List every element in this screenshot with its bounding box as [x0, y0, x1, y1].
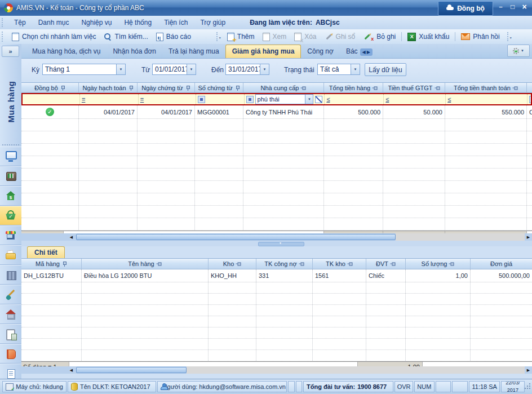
grid-splitter[interactable]	[21, 241, 532, 246]
pin-icon[interactable]	[128, 85, 134, 91]
sidebar-item-accounting[interactable]	[0, 324, 21, 344]
search-button[interactable]: Tìm kiếm...	[100, 32, 152, 42]
delete-button[interactable]: Xóa	[290, 32, 320, 42]
pin-icon[interactable]	[235, 85, 240, 91]
chevron-down-icon[interactable]	[260, 64, 269, 74]
sidebar-item-dashboard[interactable]	[0, 147, 21, 166]
chevron-down-icon[interactable]	[116, 64, 125, 74]
tab-cong-no[interactable]: Công nợ	[301, 45, 340, 58]
column-header-kho[interactable]: Kho	[209, 259, 256, 269]
status-select[interactable]: Tất cả	[317, 64, 360, 75]
tab-nhan-hoa-don[interactable]: Nhận hóa đơn	[107, 45, 162, 58]
close-button[interactable]	[518, 2, 530, 12]
report-button[interactable]: Báo cáo	[152, 32, 195, 42]
sidebar-item-bank[interactable]	[0, 166, 21, 186]
filter-cell[interactable]	[527, 94, 531, 104]
scrollbar-thumb[interactable]	[76, 367, 187, 373]
sidebar-item-tools[interactable]	[0, 285, 21, 304]
filter-cell[interactable]: ≤	[384, 94, 446, 104]
equals-operator-icon[interactable]: =	[140, 96, 144, 103]
from-date-picker[interactable]: 01/01/2017	[152, 64, 196, 75]
scrollbar-track[interactable]	[396, 233, 525, 241]
sidebar-item-fixed-asset[interactable]	[0, 304, 21, 324]
menu-tep[interactable]: Tệp	[8, 17, 32, 28]
filter-cell[interactable]: =	[80, 94, 139, 104]
sidebar-item-purchase[interactable]	[0, 206, 21, 225]
pin-icon[interactable]	[435, 85, 440, 90]
table-row[interactable]: DH_LG12BTU Điều hòa LG 12000 BTU KHO_HH …	[21, 269, 532, 282]
pin-icon[interactable]	[185, 85, 190, 91]
less-equal-operator-icon[interactable]: ≤	[326, 96, 330, 103]
chevron-down-icon[interactable]	[187, 64, 196, 74]
detail-grid-hscrollbar[interactable]: ◀ ▶	[21, 366, 532, 374]
supplier-filter-combo[interactable]: phú thái	[255, 94, 314, 104]
pin-icon[interactable]	[62, 261, 67, 267]
load-data-button[interactable]: Lấy dữ liệu	[365, 63, 406, 76]
scroll-right-icon[interactable]: ▶	[525, 366, 532, 374]
splitter-handle[interactable]	[258, 242, 304, 246]
sidebar-item-store[interactable]	[0, 225, 21, 245]
column-header-so-luong[interactable]: Số lượng	[406, 259, 471, 269]
supplier-filter-cell[interactable]: phú thái	[245, 94, 325, 104]
export-button[interactable]: Xuất khẩu	[404, 32, 453, 42]
tab-tra-lai-hang-mua[interactable]: Trả lại hàng mua	[162, 45, 225, 58]
filter-type-icon[interactable]	[529, 96, 531, 103]
scroll-left-icon[interactable]: ◀	[68, 366, 75, 374]
menu-he-thong[interactable]: Hệ thống	[118, 17, 158, 28]
resize-grip[interactable]	[526, 384, 531, 389]
menu-tro-giup[interactable]: Trợ giúp	[194, 17, 232, 28]
column-header-tien-thue-gtgt[interactable]: Tiền thuế GTGT	[383, 83, 445, 93]
tab-scroll-left-icon[interactable]: ◀	[362, 50, 366, 55]
toolbar-overflow-icon[interactable]	[216, 32, 223, 41]
to-date-picker[interactable]: 31/01/2017	[225, 64, 269, 75]
post-button[interactable]: Ghi sổ	[321, 32, 360, 42]
clear-filter-icon[interactable]	[315, 96, 322, 103]
column-header-nha-cung-cap[interactable]: Nhà cung cấp	[243, 83, 324, 93]
pin-icon[interactable]	[299, 262, 304, 267]
column-header-ngay-hach-toan[interactable]: Ngày hạch toán	[79, 83, 138, 93]
sidebar-item-ledger[interactable]	[0, 344, 21, 364]
view-button[interactable]: Xem	[259, 32, 291, 42]
chevron-down-icon[interactable]	[351, 64, 360, 74]
equals-operator-icon[interactable]: =	[82, 96, 85, 103]
pin-icon[interactable]	[347, 262, 353, 267]
pin-icon[interactable]	[391, 262, 396, 267]
grid-settings-button[interactable]: ▼	[507, 45, 530, 57]
tab-chi-tiet[interactable]: Chi tiết	[27, 246, 65, 258]
column-header-dvt[interactable]: ĐVT	[366, 259, 406, 269]
column-header-tong-tien-hang[interactable]: Tổng tiền hàng	[324, 83, 383, 93]
menu-tien-ich[interactable]: Tiện ích	[158, 17, 194, 28]
sidebar-item-assets[interactable]	[0, 265, 21, 285]
column-header-ten-hang[interactable]: Tên hàng	[82, 259, 209, 269]
sidebar-collapse-button[interactable]	[2, 46, 19, 57]
minimize-button[interactable]	[495, 2, 507, 12]
filter-type-icon[interactable]	[246, 96, 254, 103]
less-equal-operator-icon[interactable]: ≤	[447, 96, 451, 103]
column-header-tk-cong-no[interactable]: TK công nợ	[256, 259, 313, 269]
add-button[interactable]: Thêm	[223, 32, 259, 42]
pin-icon[interactable]	[301, 85, 307, 90]
period-select[interactable]: Tháng 1	[42, 64, 126, 75]
chevron-down-icon[interactable]	[305, 95, 313, 104]
scrollbar-track[interactable]	[187, 366, 525, 374]
column-header-dong-bo[interactable]: Đồng bộ	[21, 83, 79, 93]
sync-button[interactable]: Đồng bộ	[438, 1, 493, 16]
scroll-right-icon[interactable]: ▶	[525, 233, 532, 241]
tab-scroll-right-icon[interactable]: ▶	[367, 50, 370, 55]
tab-bao-cao[interactable]: Bác	[340, 45, 359, 58]
tab-giam-gia-hang-mua[interactable]: Giảm giá hàng mua	[225, 45, 302, 58]
column-header-so-chung-tu[interactable]: Số chứng từ	[195, 83, 243, 93]
pin-icon[interactable]	[236, 262, 242, 267]
filter-cell[interactable]: =	[139, 94, 196, 104]
pin-icon[interactable]	[156, 262, 162, 267]
column-header-don-gia[interactable]: Đơn giá	[471, 259, 532, 269]
choose-branch-button[interactable]: Chọn chi nhánh làm việc	[8, 32, 100, 42]
column-header-ma-hang[interactable]: Mã hàng	[21, 259, 82, 269]
filter-cell[interactable]	[23, 94, 80, 104]
less-equal-operator-icon[interactable]: ≤	[385, 96, 389, 103]
maximize-button[interactable]	[507, 2, 518, 12]
toolbar-overflow-icon[interactable]	[507, 32, 514, 41]
pin-icon[interactable]	[449, 262, 455, 267]
pin-icon[interactable]	[373, 85, 378, 90]
column-header-ngay-chung-tu[interactable]: Ngày chứng từ	[138, 83, 195, 93]
